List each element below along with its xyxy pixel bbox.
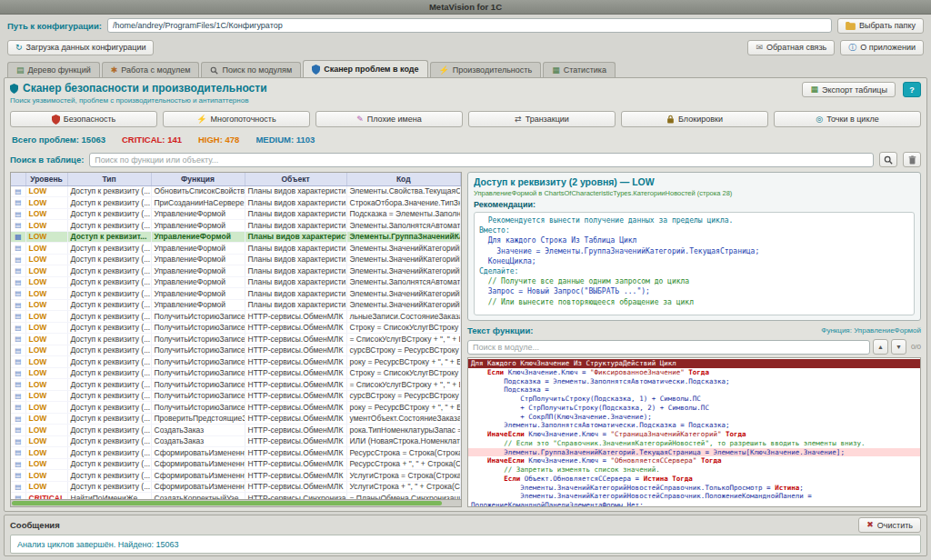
- scanner-panel: Сканер безопасности и производительности…: [4, 77, 927, 512]
- issues-pane: УровеньТипФункцияОбъектКод ▤LOWДоступ к …: [10, 172, 462, 507]
- config-path-input[interactable]: [107, 18, 832, 33]
- prev-match-button[interactable]: ▲: [873, 339, 888, 355]
- column-header[interactable]: Код: [346, 173, 461, 185]
- row-type-icon: ▤: [15, 484, 21, 491]
- row-type-icon: ▤: [15, 404, 21, 411]
- column-header[interactable]: Функция: [151, 173, 245, 185]
- export-table-button[interactable]: ▦ Экспорт таблицы: [802, 82, 896, 97]
- actions-bar: ↻ Загрузка данных конфигурации ✉ Обратна…: [0, 36, 931, 58]
- window-title: MetaVision for 1C: [429, 2, 502, 12]
- clear-messages-button[interactable]: ✖ Очистить: [858, 517, 921, 533]
- tab-2[interactable]: Поиск по модулям: [201, 62, 301, 77]
- table-row[interactable]: ▤LOWДоступ к реквизиту (...ПолучитьИстор…: [11, 322, 461, 334]
- code-line: Элементы.ЗначенийКатегорийНовостейСправо…: [468, 492, 920, 507]
- tab-4[interactable]: ⚡Производительность: [430, 62, 542, 77]
- module-search-input[interactable]: [467, 340, 870, 355]
- code-line: Элементы.ЗначенийКатегорийНовостейСправо…: [468, 484, 920, 493]
- table-row[interactable]: ▤LOWДоступ к реквизиту (...УправлениеФор…: [11, 208, 461, 220]
- module-icon: ✱: [111, 66, 118, 75]
- category-button-5[interactable]: ◎Точки в цикле: [774, 111, 921, 127]
- table-header-row: УровеньТипФункцияОбъектКод: [11, 173, 461, 185]
- code-line: СтрПолучитьСтроку(Подсказка, 1) + Символ…: [468, 395, 920, 404]
- table-row[interactable]: ▤LOWДоступ к реквизиту (...УправлениеФор…: [11, 288, 461, 300]
- table-row[interactable]: ▤LOWДоступ к реквизиту (...ПолучитьИстор…: [11, 345, 461, 356]
- table-row[interactable]: ▤LOWДоступ к реквизиту (...СоздатьЗаказH…: [11, 435, 461, 447]
- table-row[interactable]: ▤LOWДоступ к реквизиту (...УправлениеФор…: [11, 243, 461, 255]
- table-row[interactable]: ▤LOWДоступ к реквизиту (...ПолучитьИстор…: [11, 356, 461, 368]
- table-row[interactable]: ▤LOWДоступ к реквизиту (...УправлениеФор…: [11, 265, 461, 277]
- about-button[interactable]: ⓘ О приложении: [840, 40, 924, 55]
- category-button-2[interactable]: ✎Плохие имена: [315, 111, 463, 127]
- column-header[interactable]: Уровень: [25, 173, 67, 185]
- column-header[interactable]: [11, 173, 25, 185]
- clear-icon: ✖: [866, 521, 874, 529]
- tab-0[interactable]: ▤Дерево функций: [7, 62, 100, 77]
- help-button[interactable]: ?: [903, 82, 921, 97]
- table-search-button[interactable]: [879, 152, 897, 167]
- category-button-3[interactable]: ⇄Транзакции: [468, 111, 616, 127]
- feedback-button[interactable]: ✉ Обратная связь: [747, 40, 835, 55]
- table-row[interactable]: ▤LOWДоступ к реквизит...УправлениеФормой…: [11, 231, 461, 243]
- bad-names-icon: ✎: [356, 115, 364, 124]
- table-row[interactable]: ▤LOWДоступ к реквизиту (...ПолучитьИстор…: [11, 390, 461, 402]
- scrollbar-thumb[interactable]: [12, 501, 442, 505]
- table-row[interactable]: ▤CRITICALНайтиПоИмениЖе...СоздатьКоррект…: [11, 493, 461, 501]
- category-button-4[interactable]: Блокировки: [621, 111, 768, 127]
- stat-medium: MEDIUM: 1103: [255, 135, 315, 145]
- column-header[interactable]: Тип: [67, 173, 151, 185]
- table-row[interactable]: ▤LOWДоступ к реквизиту (...ПолучитьИстор…: [11, 402, 461, 414]
- table-row[interactable]: ▤LOWДоступ к реквизиту (...ПолучитьИстор…: [11, 379, 461, 391]
- search-modules-icon: [210, 66, 218, 75]
- category-label: Блокировки: [678, 115, 723, 124]
- folder-icon: [846, 22, 856, 30]
- category-buttons-row: Безопасность⚡Многопоточность✎Плохие имен…: [10, 111, 921, 127]
- table-clear-button[interactable]: [903, 152, 921, 167]
- tab-3[interactable]: Сканер проблем в коде: [303, 60, 427, 77]
- table-row[interactable]: ▤LOWДоступ к реквизиту (...СформироватьИ…: [11, 458, 461, 470]
- table-row[interactable]: ▤LOWДоступ к реквизиту (...ПолучитьИстор…: [11, 311, 461, 323]
- arrow-down-icon: ▼: [896, 344, 902, 350]
- clear-messages-label: Очистить: [877, 521, 913, 530]
- table-row[interactable]: ▤LOWДоступ к реквизиту (...УправлениеФор…: [11, 276, 461, 288]
- table-row[interactable]: ▤LOWДоступ к реквизиту (...СформироватьИ…: [11, 470, 461, 482]
- next-match-button[interactable]: ▼: [891, 339, 906, 355]
- table-row[interactable]: ▤LOWДоступ к реквизиту (...СформироватьИ…: [11, 447, 461, 459]
- table-row[interactable]: ▤LOWДоступ к реквизиту (...СформироватьИ…: [11, 481, 461, 493]
- table-row[interactable]: ▤LOWДоступ к реквизиту (...ОбновитьСписо…: [11, 185, 461, 197]
- issue-detail-title: Доступ к реквизиту (2 уровня) — LOW: [474, 176, 915, 187]
- recommendation-line: Рекомендуется вынести получение данных з…: [479, 215, 909, 225]
- function-text-label: Текст функции:: [467, 325, 533, 335]
- category-button-1[interactable]: ⚡Многопоточность: [163, 111, 310, 127]
- table-row[interactable]: ▤LOWДоступ к реквизиту (...ПриСозданииНа…: [11, 197, 461, 209]
- window-titlebar: MetaVision for 1C: [0, 0, 931, 15]
- stat-critical: CRITICAL: 141: [122, 135, 182, 145]
- code-line: // Запретить изменять список значений.: [468, 465, 920, 475]
- scanner-subtitle: Поиск уязвимостей, проблем с производите…: [10, 96, 795, 105]
- column-header[interactable]: Объект: [245, 173, 346, 185]
- messages-header: Сообщения ✖ Очистить: [10, 517, 921, 533]
- table-search-input[interactable]: [89, 153, 874, 167]
- load-config-button[interactable]: ↻ Загрузка данных конфигурации: [7, 40, 154, 55]
- function-name-label: Функция: УправлениеФормой: [821, 326, 921, 335]
- category-button-0[interactable]: Безопасность: [10, 111, 157, 127]
- tab-1[interactable]: ✱Работа с модулем: [102, 62, 200, 77]
- table-row[interactable]: ▤LOWДоступ к реквизиту (...ПолучитьИстор…: [11, 334, 461, 345]
- row-type-icon: ▤: [15, 245, 21, 252]
- row-type-icon: ▤: [15, 461, 21, 468]
- code-line: Подсказка = Элементы.ЗаполнятсяАвтоматич…: [468, 377, 920, 386]
- tab-5[interactable]: ▦Статистика: [543, 62, 616, 77]
- table-horizontal-scrollbar[interactable]: [10, 500, 462, 507]
- function-code-view[interactable]: Для Каждого КлючЗначение Из СтруктураДей…: [467, 357, 921, 507]
- table-row[interactable]: ▤LOWДоступ к реквизиту (...СоздатьЗаказH…: [11, 425, 461, 436]
- category-label: Точки в цикле: [826, 115, 879, 124]
- lightning-icon: ⚡: [196, 115, 206, 124]
- table-row[interactable]: ▤LOWДоступ к реквизиту (...УправлениеФор…: [11, 220, 461, 232]
- table-row[interactable]: ▤LOWДоступ к реквизиту (...УправлениеФор…: [11, 299, 461, 311]
- tab-label: Дерево функций: [28, 65, 91, 75]
- table-row[interactable]: ▤LOWДоступ к реквизиту (...ПолучитьИстор…: [11, 367, 461, 379]
- table-row[interactable]: ▤LOWДоступ к реквизиту (...УправлениеФор…: [11, 254, 461, 265]
- choose-folder-button[interactable]: Выбрать папку: [837, 18, 924, 34]
- messages-title: Сообщения: [10, 520, 60, 530]
- code-line: ИначеЕсли КлючЗначение.Ключ = "СтраницаЗ…: [468, 430, 920, 439]
- table-row[interactable]: ▤LOWДоступ к реквизиту (...ПроверитьПред…: [11, 413, 461, 425]
